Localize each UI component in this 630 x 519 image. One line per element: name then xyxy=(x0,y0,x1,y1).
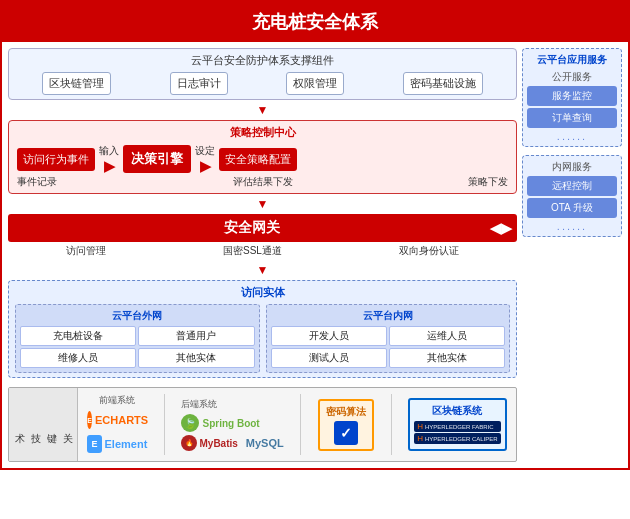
remote-control-btn[interactable]: 远程控制 xyxy=(527,176,617,196)
key-tech-label: 关 键 技 术 xyxy=(9,388,78,461)
public-dots: ...... xyxy=(527,130,617,142)
eval-result-label: 评估结果下发 xyxy=(233,175,293,189)
arrow-down-1: ▼ xyxy=(8,104,517,116)
mybatis-group: 🔥 MyBatis xyxy=(181,435,237,451)
event-record-label: 事件记录 xyxy=(17,175,57,189)
cloud-services-section: 云平台应用服务 公开服务 服务监控 订单查询 ...... xyxy=(522,48,622,147)
element-logo: E xyxy=(87,435,101,453)
outer-items: 充电桩设备 普通用户 维修人员 其他实体 xyxy=(20,326,255,368)
strategy-section: 策略控制中心 访问行为事件 输入 ▶ 决策引擎 设定 ▶ xyxy=(8,120,517,194)
mybatis-logo: 🔥 xyxy=(181,435,197,451)
gateway-bar: 安全网关 ◀▶ xyxy=(8,214,517,242)
input-label: 输入 xyxy=(99,144,119,158)
arrow-right-2: ▶ xyxy=(200,158,211,174)
caliper-badge: H HYPERLEDGER CALIPER xyxy=(414,433,500,444)
safety-config-box: 安全策略配置 xyxy=(219,148,297,171)
strategy-title: 策略控制中心 xyxy=(15,125,510,140)
public-service-label: 公开服务 xyxy=(527,70,617,84)
gateway-title: 安全网关 xyxy=(13,219,490,237)
blockchain-title: 区块链系统 xyxy=(414,404,500,418)
outer-item-2: 维修人员 xyxy=(20,348,136,368)
strategy-deliver-label: 策略下发 xyxy=(468,175,508,189)
decide-engine-box: 决策引擎 xyxy=(123,145,191,173)
gateway-label-1: 国密SSL通道 xyxy=(223,244,282,258)
main-container: 充电桩安全体系 云平台安全防护体系支撑组件 区块链管理 日志审计 权限管理 密码… xyxy=(0,0,630,470)
tech-footer: 关 键 技 术 前端系统 E ECHARTS E xyxy=(8,387,517,462)
mybatis-mysql-row: 🔥 MyBatis MySQL xyxy=(181,435,283,451)
support-item-crypto: 密码基础设施 xyxy=(403,72,483,95)
blockchain-group: 区块链系统 H HYPERLEDGER FABRIC H HYPERLEDGER… xyxy=(408,398,506,451)
left-main: 云平台安全防护体系支撑组件 区块链管理 日志审计 权限管理 密码基础设施 ▼ 策… xyxy=(8,48,517,462)
internal-dots: ...... xyxy=(527,220,617,232)
echarts-text: ECHARTS xyxy=(95,414,148,426)
service-monitor-btn[interactable]: 服务监控 xyxy=(527,86,617,106)
strategy-row: 访问行为事件 输入 ▶ 决策引擎 设定 ▶ 安全策略配置 xyxy=(15,144,510,174)
frontend-group: 前端系统 E ECHARTS E Element xyxy=(87,394,147,455)
support-items: 区块链管理 日志审计 权限管理 密码基础设施 xyxy=(15,72,510,95)
crypto-box: 密码算法 ✓ xyxy=(318,399,374,451)
gateway-section: 安全网关 ◀▶ 访问管理 国密SSL通道 双向身份认证 xyxy=(8,214,517,260)
element-text: Element xyxy=(105,438,148,450)
outer-item-0: 充电桩设备 xyxy=(20,326,136,346)
backend-label: 后端系统 xyxy=(181,398,217,411)
set-label: 设定 xyxy=(195,144,215,158)
sep-3 xyxy=(391,394,392,455)
outer-network: 云平台外网 充电桩设备 普通用户 维修人员 其他实体 xyxy=(15,304,260,373)
fabric-text: HYPERLEDGER FABRIC xyxy=(425,424,494,430)
inner-network: 云平台内网 开发人员 运维人员 测试人员 其他实体 xyxy=(266,304,511,373)
fabric-badge: H HYPERLEDGER FABRIC xyxy=(414,421,500,432)
outer-item-1: 普通用户 xyxy=(138,326,254,346)
springboot-logo: 🍃 xyxy=(181,414,199,432)
caliper-text: HYPERLEDGER CALIPER xyxy=(425,436,498,442)
echarts-icon: E ECHARTS xyxy=(87,409,147,431)
echarts-logo: E xyxy=(87,411,92,429)
springboot-icon: 🍃 Spring Boot xyxy=(181,414,259,432)
mysql-text: MySQL xyxy=(246,437,284,449)
cloud-services-title: 云平台应用服务 xyxy=(527,53,617,67)
tech-content: 前端系统 E ECHARTS E Element 后端系统 xyxy=(78,388,516,461)
blockchain-box: 区块链系统 H HYPERLEDGER FABRIC H HYPERLEDGER… xyxy=(408,398,506,451)
backend-group: 后端系统 🍃 Spring Boot 🔥 MyBatis MySQL xyxy=(181,398,283,451)
gateway-label-0: 访问管理 xyxy=(66,244,106,258)
page-title: 充电桩安全体系 xyxy=(2,2,628,42)
mybatis-text: MyBatis xyxy=(199,438,237,449)
arrow-down-3: ▼ xyxy=(8,264,517,276)
sep-2 xyxy=(300,394,301,455)
support-title: 云平台安全防护体系支撑组件 xyxy=(15,53,510,68)
internal-service-label: 内网服务 xyxy=(527,160,617,174)
gateway-arrow: ◀▶ xyxy=(490,220,512,236)
outer-title: 云平台外网 xyxy=(20,309,255,323)
checkmark-icon: ✓ xyxy=(334,421,358,445)
inner-item-1: 运维人员 xyxy=(389,326,505,346)
gateway-label-2: 双向身份认证 xyxy=(399,244,459,258)
outer-item-3: 其他实体 xyxy=(138,348,254,368)
support-item-permission: 权限管理 xyxy=(286,72,344,95)
support-item-audit: 日志审计 xyxy=(170,72,228,95)
sep-1 xyxy=(164,394,165,455)
content-area: 云平台安全防护体系支撑组件 区块链管理 日志审计 权限管理 密码基础设施 ▼ 策… xyxy=(2,42,628,468)
access-inner: 云平台外网 充电桩设备 普通用户 维修人员 其他实体 云平台内网 开发人员 xyxy=(15,304,510,373)
order-query-btn[interactable]: 订单查询 xyxy=(527,108,617,128)
access-title: 访问实体 xyxy=(15,285,510,300)
gateway-labels: 访问管理 国密SSL通道 双向身份认证 xyxy=(8,242,517,260)
inner-title: 云平台内网 xyxy=(271,309,506,323)
right-sidebar: 云平台应用服务 公开服务 服务监控 订单查询 ...... 内网服务 远程控制 … xyxy=(522,48,622,462)
frontend-label: 前端系统 xyxy=(99,394,135,407)
support-item-blockchain: 区块链管理 xyxy=(42,72,111,95)
arrow-down-2: ▼ xyxy=(8,198,517,210)
internal-services-section: 内网服务 远程控制 OTA 升级 ...... xyxy=(522,155,622,237)
inner-item-3: 其他实体 xyxy=(389,348,505,368)
element-icon: E Element xyxy=(87,433,147,455)
sub-note-row: 事件记录 评估结果下发 策略下发 xyxy=(15,175,510,189)
inner-item-0: 开发人员 xyxy=(271,326,387,346)
access-event-box: 访问行为事件 xyxy=(17,148,95,171)
ota-upgrade-btn[interactable]: OTA 升级 xyxy=(527,198,617,218)
access-section: 访问实体 云平台外网 充电桩设备 普通用户 维修人员 其他实体 xyxy=(8,280,517,378)
crypto-title: 密码算法 xyxy=(326,405,366,419)
springboot-text: Spring Boot xyxy=(202,418,259,429)
support-section: 云平台安全防护体系支撑组件 区块链管理 日志审计 权限管理 密码基础设施 xyxy=(8,48,517,100)
arrow-right-1: ▶ xyxy=(104,158,115,174)
inner-item-2: 测试人员 xyxy=(271,348,387,368)
inner-items: 开发人员 运维人员 测试人员 其他实体 xyxy=(271,326,506,368)
crypto-group: 密码算法 ✓ xyxy=(318,399,374,451)
